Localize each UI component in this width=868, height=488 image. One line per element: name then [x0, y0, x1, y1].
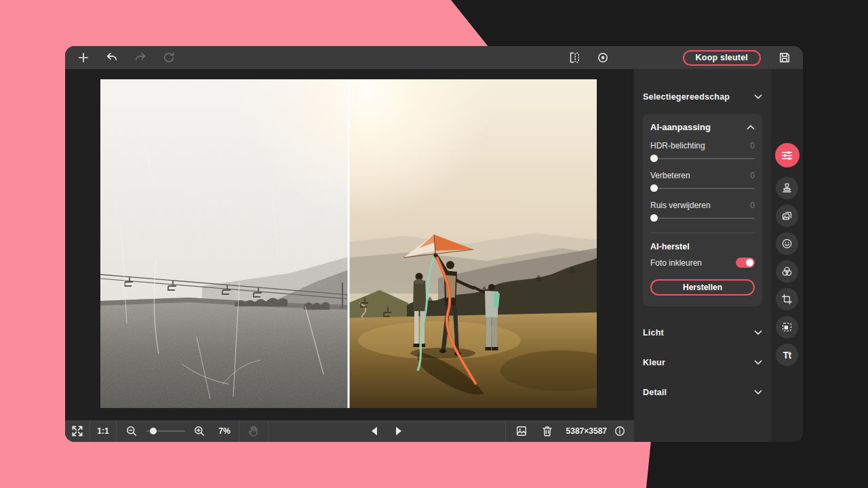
canvas-workspace[interactable]	[65, 69, 634, 420]
preview-original-button[interactable]	[594, 49, 612, 66]
zoom-slider-thumb[interactable]	[150, 428, 157, 434]
denoise-slider-track[interactable]	[650, 218, 755, 219]
eye-icon	[596, 51, 610, 64]
ratio-label: 1:1	[97, 426, 108, 436]
colorize-row: Foto inkleuren	[650, 258, 755, 268]
compare-before-after-button[interactable]	[566, 49, 583, 66]
restore-button[interactable]: Herstellen	[650, 279, 755, 296]
arrow-right-icon	[391, 424, 405, 438]
clone-stamp-tool-button[interactable]	[776, 177, 798, 199]
sliders-icon	[781, 149, 793, 162]
stamp-icon	[781, 182, 793, 195]
colorize-toggle-knob[interactable]	[746, 259, 753, 266]
stickers-tool-button[interactable]	[776, 232, 798, 255]
tool-rail: Tt	[771, 69, 803, 442]
chevron-down-icon	[754, 330, 762, 336]
undo-button[interactable]	[103, 49, 121, 66]
denoise-slider-thumb[interactable]	[650, 214, 658, 222]
enhance-slider[interactable]	[650, 184, 755, 192]
hdr-slider-label: HDR-belichting	[650, 141, 705, 150]
enhance-slider-label: Verbeteren	[650, 171, 690, 180]
section-color[interactable]: Kleur	[643, 357, 762, 369]
denoise-slider-value: 0	[750, 201, 755, 210]
chevron-down-icon	[754, 94, 762, 100]
chevron-down-icon	[754, 390, 762, 395]
main-area: 1:1 7%	[65, 69, 803, 442]
denoise-slider-label: Ruis verwijderen	[650, 201, 711, 210]
denoise-slider[interactable]	[650, 214, 755, 222]
selection-tool-label: Selectiegereedschap	[643, 92, 730, 102]
section-light[interactable]: Licht	[643, 327, 762, 339]
fit-to-screen-button[interactable]	[68, 422, 86, 440]
colorize-toggle[interactable]	[736, 258, 755, 268]
card-divider	[650, 232, 755, 233]
frame-select-icon	[781, 321, 793, 333]
save-button[interactable]	[776, 49, 793, 66]
pictures-icon	[781, 209, 793, 222]
hand-icon	[247, 424, 260, 438]
enhance-slider-track[interactable]	[650, 188, 755, 189]
image-dimensions-label: 5387×3587	[566, 426, 607, 436]
next-photo-button[interactable]	[389, 422, 407, 440]
light-section-label: Licht	[643, 328, 664, 338]
trash-icon	[540, 424, 554, 438]
info-icon	[613, 424, 627, 438]
zoom-out-button[interactable]	[123, 422, 140, 440]
zoom-percent-label: 7%	[215, 426, 234, 436]
section-ai-adjustment[interactable]: AI-aanpassing	[650, 122, 755, 132]
color-circles-icon	[781, 265, 793, 278]
previous-photo-button[interactable]	[366, 422, 384, 440]
text-tool-button[interactable]: Tt	[776, 344, 798, 366]
undo-icon	[105, 51, 119, 64]
insert-image-tool-button[interactable]	[776, 205, 798, 227]
zoom-slider[interactable]	[146, 427, 185, 435]
arrow-left-icon	[368, 424, 382, 438]
hdr-slider-track[interactable]	[650, 158, 755, 159]
ai-adjustment-title: AI-aanpassing	[650, 122, 711, 132]
adjustments-tool-button[interactable]	[775, 143, 800, 167]
photo-before-after[interactable]	[100, 79, 597, 408]
enhance-slider-thumb[interactable]	[650, 184, 658, 192]
ai-adjustment-card: AI-aanpassing HDR-belichting 0 Ver	[643, 114, 762, 306]
colorize-label: Foto inkleuren	[650, 258, 702, 268]
zoom-in-icon	[193, 424, 206, 438]
smiley-icon	[781, 237, 793, 250]
topbar-right-group: Koop sleutel	[566, 49, 793, 66]
zoom-in-button[interactable]	[191, 422, 208, 440]
filters-tool-button[interactable]	[776, 260, 798, 283]
zoom-out-icon	[125, 424, 138, 438]
chevron-down-icon	[754, 360, 762, 365]
image-info-thumbnail-button[interactable]	[513, 422, 530, 440]
detail-section-label: Detail	[643, 388, 667, 397]
actual-size-button[interactable]: 1:1	[93, 422, 113, 440]
color-section-label: Kleur	[643, 358, 665, 367]
expand-icon	[71, 424, 84, 438]
image-icon	[515, 424, 528, 438]
info-button[interactable]	[611, 422, 629, 440]
chevron-up-icon	[747, 125, 755, 130]
hdr-slider[interactable]	[650, 155, 755, 162]
enhance-slider-group: Verbeteren 0	[650, 170, 755, 192]
text-tool-glyph: Tt	[783, 350, 791, 361]
compare-split-icon	[568, 51, 581, 64]
adjustments-panel: Selectiegereedschap AI-aanpassing HDR-be…	[634, 69, 771, 442]
crop-tool-button[interactable]	[776, 288, 798, 310]
plus-icon	[77, 51, 90, 64]
section-detail[interactable]: Detail	[643, 386, 762, 399]
save-icon	[778, 51, 791, 64]
delete-photo-button[interactable]	[538, 422, 556, 440]
buy-key-button[interactable]: Koop sleutel	[683, 50, 761, 66]
selection-frame-tool-button[interactable]	[776, 316, 798, 338]
bottom-status-bar: 1:1 7%	[65, 420, 634, 442]
top-toolbar: Koop sleutel	[65, 46, 803, 69]
hdr-slider-thumb[interactable]	[650, 155, 658, 162]
add-photo-button[interactable]	[75, 49, 92, 66]
redo-button[interactable]	[132, 49, 149, 66]
hand-tool-button[interactable]	[245, 422, 262, 440]
ai-restore-title: AI-herstel	[650, 242, 755, 251]
crop-icon	[781, 293, 793, 306]
reset-button[interactable]	[160, 49, 178, 66]
section-selection-tool[interactable]: Selectiegereedschap	[643, 91, 762, 103]
enhance-slider-value: 0	[750, 171, 755, 180]
refresh-icon	[162, 51, 176, 64]
